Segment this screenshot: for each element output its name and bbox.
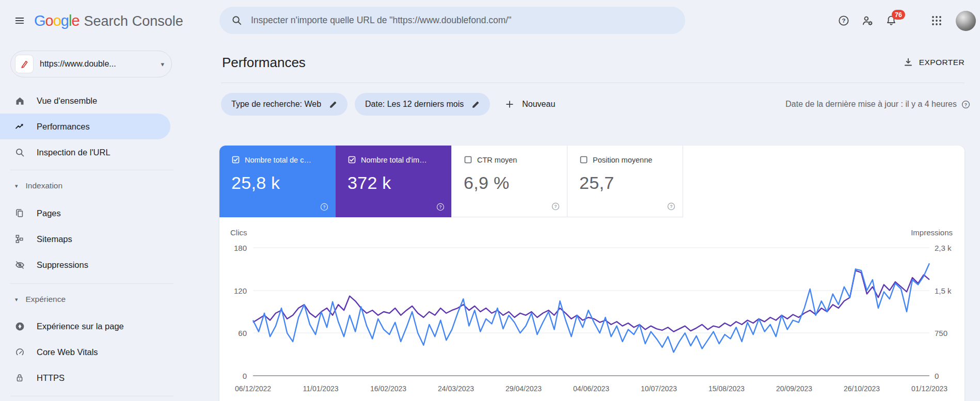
svg-text:?: ? (323, 205, 325, 210)
sidebar-divider (10, 170, 173, 170)
sidebar-divider (10, 396, 173, 396)
sidebar: https://www.double... ▾ Vue d'ensemble P… (0, 41, 184, 401)
sidebar-item-sitemaps[interactable]: Sitemaps (0, 226, 170, 252)
help-icon[interactable]: ? (667, 202, 676, 211)
x-tick: 26/10/2023 (844, 384, 880, 393)
sidebar-item-label: Expérience sur la page (37, 322, 124, 331)
sidebar-item-label: Performances (37, 122, 90, 132)
app-logo[interactable]: Google Search Console (34, 12, 183, 29)
sidebar-experience-nav: Expérience sur la page Core Web Vitals H… (0, 313, 184, 391)
app-title: Search Console (84, 13, 183, 29)
sidebar-item-pages[interactable]: Pages (0, 200, 170, 226)
main-content: Performances EXPORTER Type de recherche:… (219, 41, 980, 401)
help-button[interactable]: ? (832, 9, 856, 33)
manage-users-icon (861, 14, 874, 27)
home-icon (14, 95, 25, 106)
export-button[interactable]: EXPORTER (903, 57, 965, 68)
sidebar-item-suppressions[interactable]: Suppressions (0, 252, 170, 278)
svg-text:?: ? (439, 205, 441, 210)
right-tick: 750 (935, 329, 971, 338)
sidebar-item-https[interactable]: HTTPS (0, 365, 170, 391)
help-icon[interactable]: ? (961, 100, 971, 109)
last-update-text: Date de la dernière mise à jour : il y a… (785, 100, 957, 109)
sidebar-item-core-web-vitals[interactable]: Core Web Vitals (0, 339, 170, 365)
metric-tile-clicks[interactable]: Nombre total de c… 25,8 k ? (219, 146, 336, 217)
sidebar-item-label: Suppressions (37, 260, 88, 270)
sidebar-item-label: Vue d'ensemble (37, 96, 97, 106)
new-filter-label: Nouveau (522, 100, 555, 109)
left-tick: 0 (219, 372, 247, 380)
sidebar-item-experience-page[interactable]: Expérience sur la page (0, 313, 170, 339)
help-icon[interactable]: ? (436, 202, 445, 212)
chevron-down-icon: ▾ (161, 60, 164, 68)
checkbox-unchecked-icon[interactable] (464, 155, 472, 164)
metric-tile-position[interactable]: Position moyenne 25,7 ? (567, 146, 683, 217)
sidebar-item-vue-densemble[interactable]: Vue d'ensemble (0, 88, 170, 114)
edit-pencil-icon (471, 100, 481, 109)
search-input[interactable] (251, 15, 674, 26)
x-tick: 16/02/2023 (370, 384, 406, 393)
metric-value: 25,7 (579, 173, 683, 193)
search-icon (231, 14, 243, 26)
site-favicon (15, 55, 33, 73)
x-tick: 29/04/2023 (505, 384, 542, 393)
metric-value: 25,8 k (231, 173, 336, 193)
svg-text:?: ? (554, 204, 557, 209)
chevron-down-icon: ▾ (15, 183, 18, 189)
trend-icon (14, 121, 25, 132)
download-icon (903, 57, 914, 68)
filter-label: Date: Les 12 derniers mois (365, 100, 464, 109)
metric-tile-ctr[interactable]: CTR moyen 6,9 % ? (451, 146, 567, 217)
svg-text:?: ? (670, 204, 672, 209)
metric-label: Nombre total de c… (245, 156, 311, 164)
logo-letter: g (61, 12, 69, 29)
sitemaps-icon (14, 233, 25, 245)
url-inspect-icon (14, 147, 25, 158)
last-update-note: Date de la dernière mise à jour : il y a… (785, 93, 971, 116)
url-inspect-searchbar[interactable] (219, 7, 685, 34)
filter-chip-date[interactable]: Date: Les 12 derniers mois (355, 93, 490, 116)
sidebar-indexation-nav: Pages Sitemaps Suppressions (0, 200, 184, 278)
checkbox-checked-icon[interactable] (347, 155, 356, 164)
speedometer-icon (14, 346, 25, 358)
sidebar-item-label: Inspection de l'URL (37, 148, 110, 157)
plus-icon (504, 99, 515, 109)
checkbox-checked-icon[interactable] (231, 155, 240, 164)
section-experience[interactable]: ▾ Expérience (0, 291, 184, 308)
help-icon[interactable]: ? (320, 202, 329, 212)
avatar[interactable] (956, 11, 976, 31)
lock-icon (14, 372, 25, 383)
x-tick: 15/08/2023 (708, 384, 745, 393)
metric-label: Position moyenne (593, 156, 652, 164)
menu-button[interactable] (7, 8, 32, 33)
page-experience-icon (14, 320, 25, 332)
x-axis-labels: 06/12/2022 11/01/2023 16/02/2023 24/03/2… (253, 384, 929, 395)
manage-users-button[interactable] (856, 9, 879, 33)
section-title: Expérience (26, 295, 66, 304)
right-tick: 1,5 k (935, 286, 971, 295)
sidebar-main-nav: Vue d'ensemble Performances Inspection d… (0, 88, 184, 165)
apps-grid-button[interactable] (925, 9, 949, 33)
metric-tile-impressions[interactable]: Nombre total d'im… 372 k ? (336, 146, 452, 217)
sidebar-item-inspection-url[interactable]: Inspection de l'URL (0, 139, 170, 165)
notifications-button[interactable]: 76 (879, 9, 903, 33)
svg-text:?: ? (965, 102, 967, 107)
svg-text:?: ? (842, 18, 845, 24)
x-tick: 24/03/2023 (438, 384, 474, 393)
sidebar-item-performances[interactable]: Performances (0, 114, 170, 139)
filters-row: Type de recherche: Web Date: Les 12 dern… (221, 93, 971, 116)
x-tick: 10/07/2023 (641, 384, 677, 393)
impressions-line (253, 270, 929, 332)
export-label: EXPORTER (919, 58, 965, 67)
right-tick: 2,3 k (935, 244, 971, 252)
section-indexation[interactable]: ▾ Indexation (0, 177, 184, 195)
left-tick: 120 (219, 286, 247, 295)
checkbox-unchecked-icon[interactable] (579, 155, 588, 164)
filter-chip-search-type[interactable]: Type de recherche: Web (221, 93, 347, 116)
metric-value: 372 k (347, 173, 452, 193)
metric-label: Nombre total d'im… (361, 156, 427, 164)
new-filter-button[interactable]: Nouveau (497, 93, 562, 116)
property-selector[interactable]: https://www.double... ▾ (10, 51, 172, 77)
help-icon[interactable]: ? (551, 202, 560, 211)
section-title: Indexation (26, 181, 63, 190)
